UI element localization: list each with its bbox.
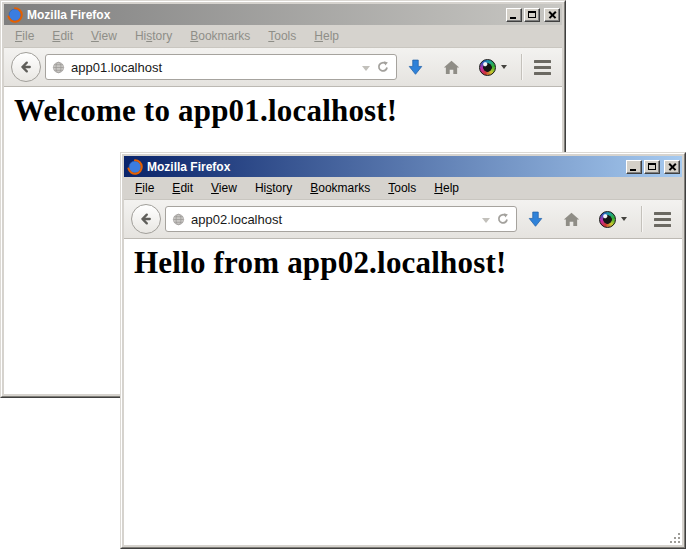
reload-icon[interactable] bbox=[496, 212, 510, 226]
toolbar-separator bbox=[521, 54, 522, 80]
menu-bookmarks[interactable]: Bookmarks bbox=[181, 26, 259, 46]
home-button[interactable] bbox=[443, 59, 460, 76]
url-bar[interactable] bbox=[165, 206, 517, 232]
download-button[interactable] bbox=[407, 59, 424, 76]
firefox-icon[interactable] bbox=[127, 159, 143, 175]
addon-button[interactable] bbox=[479, 59, 507, 76]
home-button[interactable] bbox=[563, 211, 580, 228]
reload-icon[interactable] bbox=[376, 60, 390, 74]
titlebar[interactable]: Mozilla Firefox bbox=[124, 156, 682, 177]
globe-icon bbox=[52, 61, 65, 74]
minimize-button[interactable] bbox=[626, 160, 642, 174]
toolbar-separator bbox=[641, 206, 642, 232]
download-icon bbox=[527, 211, 544, 228]
menu-help[interactable]: Help bbox=[425, 178, 468, 198]
download-button[interactable] bbox=[527, 211, 544, 228]
navigation-toolbar bbox=[124, 200, 682, 239]
minimize-icon bbox=[510, 17, 516, 19]
page-heading: Hello from app02.localhost! bbox=[134, 245, 682, 281]
page-content: Hello from app02.localhost! bbox=[124, 239, 682, 545]
menu-tools[interactable]: Tools bbox=[259, 26, 305, 46]
maximize-button[interactable] bbox=[644, 160, 660, 174]
menubar: File Edit View History Bookmarks Tools H… bbox=[4, 25, 562, 48]
addon-button[interactable] bbox=[599, 211, 627, 228]
page-heading: Welcome to app01.localhost! bbox=[14, 93, 562, 129]
window-title: Mozilla Firefox bbox=[147, 160, 624, 174]
urlbar-dropdown-icon[interactable] bbox=[362, 66, 370, 71]
back-icon bbox=[18, 59, 34, 75]
addon-dropdown-icon[interactable] bbox=[621, 217, 627, 221]
urlbar-dropdown-icon[interactable] bbox=[482, 218, 490, 223]
menu-history[interactable]: History bbox=[246, 178, 301, 198]
firefox-icon[interactable] bbox=[7, 7, 23, 23]
menu-file[interactable]: File bbox=[6, 26, 43, 46]
menu-hamburger-icon bbox=[534, 60, 551, 63]
close-button[interactable] bbox=[664, 160, 680, 174]
menu-button[interactable] bbox=[534, 58, 551, 76]
addon-colorwheel-icon bbox=[599, 211, 616, 228]
maximize-icon bbox=[648, 163, 656, 170]
window-controls bbox=[624, 160, 680, 174]
window-title: Mozilla Firefox bbox=[27, 8, 504, 22]
menu-bookmarks[interactable]: Bookmarks bbox=[301, 178, 379, 198]
maximize-icon bbox=[528, 11, 536, 18]
window-frame: Mozilla Firefox File Edit View History B… bbox=[121, 153, 685, 548]
menu-button[interactable] bbox=[654, 210, 671, 228]
url-input[interactable] bbox=[191, 212, 482, 227]
titlebar[interactable]: Mozilla Firefox bbox=[4, 4, 562, 25]
menu-hamburger-icon bbox=[654, 212, 671, 215]
url-bar[interactable] bbox=[45, 54, 397, 80]
minimize-button[interactable] bbox=[506, 8, 522, 22]
navigation-toolbar bbox=[4, 48, 562, 87]
menu-history[interactable]: History bbox=[126, 26, 181, 46]
toolbar-right-group bbox=[527, 206, 671, 232]
globe-icon bbox=[172, 213, 185, 226]
window-app02: Mozilla Firefox File Edit View History B… bbox=[120, 152, 686, 549]
close-icon bbox=[668, 162, 677, 171]
menu-file[interactable]: File bbox=[126, 178, 163, 198]
resize-grip[interactable] bbox=[670, 533, 682, 545]
back-button[interactable] bbox=[131, 204, 161, 234]
menu-edit[interactable]: Edit bbox=[163, 178, 202, 198]
menu-help[interactable]: Help bbox=[305, 26, 348, 46]
menu-view[interactable]: View bbox=[82, 26, 126, 46]
minimize-icon bbox=[630, 169, 636, 171]
download-icon bbox=[407, 59, 424, 76]
window-controls bbox=[504, 8, 560, 22]
maximize-button[interactable] bbox=[524, 8, 540, 22]
menu-edit[interactable]: Edit bbox=[43, 26, 82, 46]
back-button[interactable] bbox=[11, 52, 41, 82]
menubar: File Edit View History Bookmarks Tools H… bbox=[124, 177, 682, 200]
menu-tools[interactable]: Tools bbox=[379, 178, 425, 198]
back-icon bbox=[138, 211, 154, 227]
menu-view[interactable]: View bbox=[202, 178, 246, 198]
close-icon bbox=[548, 10, 557, 19]
url-input[interactable] bbox=[71, 60, 362, 75]
addon-colorwheel-icon bbox=[479, 59, 496, 76]
toolbar-right-group bbox=[407, 54, 551, 80]
close-button[interactable] bbox=[544, 8, 560, 22]
addon-dropdown-icon[interactable] bbox=[501, 65, 507, 69]
